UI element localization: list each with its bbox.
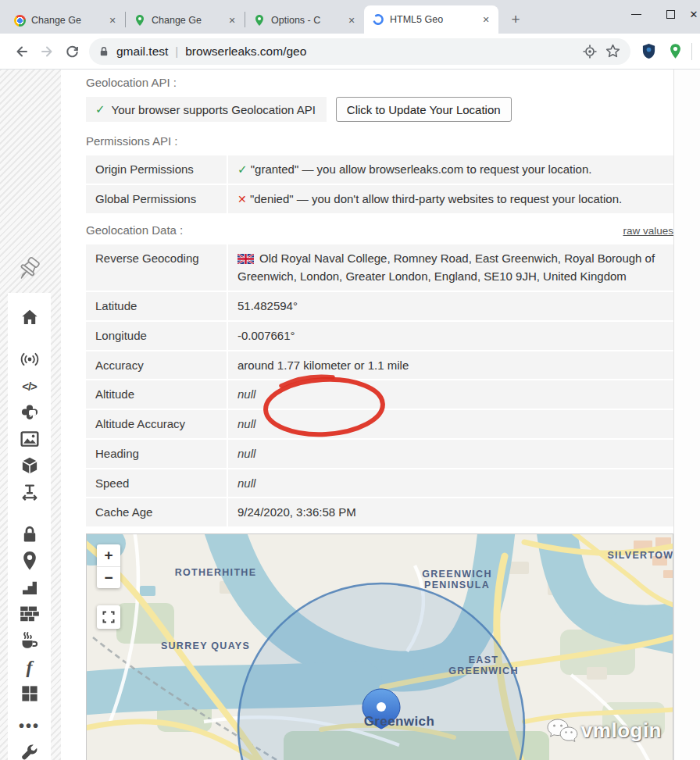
tab-close-icon[interactable]: ✕ xyxy=(480,13,492,26)
window-close-button[interactable]: ✕ xyxy=(688,2,700,26)
map-label-silvertown: SILVERTOWN xyxy=(607,550,673,561)
map-zoom-control: + − xyxy=(97,544,120,588)
geolocation-data-heading: Geolocation Data : xyxy=(86,223,183,237)
tab-close-icon[interactable]: ✕ xyxy=(345,14,358,27)
tab-bar: Change Ge ✕ Change Ge ✕ Options - C ✕ xyxy=(0,0,700,34)
permissions-api-heading: Permissions API : xyxy=(86,134,673,148)
uk-flag-icon xyxy=(238,252,254,269)
tab-title: Change Ge xyxy=(152,15,220,26)
table-row-label: Accuracy xyxy=(86,351,227,380)
sidebar-ssl-lock-icon[interactable] xyxy=(8,521,51,548)
extension-shield-button[interactable] xyxy=(635,39,662,64)
zoom-out-button[interactable]: − xyxy=(97,566,120,588)
window-minimize-button[interactable] xyxy=(619,2,653,26)
map-label-east-greenwich: EAST GREENWICH xyxy=(448,655,518,676)
location-pin-icon xyxy=(668,43,683,59)
table-row-value: ✕ "denied" — you don't allow third-party… xyxy=(228,185,673,213)
tab-title: Options - C xyxy=(271,15,340,26)
sidebar-java-coffee-icon[interactable] xyxy=(8,627,51,654)
pushpin-icon[interactable] xyxy=(12,255,44,293)
wechat-icon xyxy=(545,717,578,744)
check-icon: ✓ xyxy=(95,102,105,116)
check-icon: ✓ xyxy=(238,162,248,176)
maximize-icon xyxy=(666,10,675,19)
update-location-button[interactable]: Click to Update Your Location xyxy=(336,97,512,122)
sidebar-home-icon[interactable] xyxy=(8,304,51,330)
tab-html5-geolocation-active[interactable]: HTML5 Geo ✕ xyxy=(364,5,498,34)
fullscreen-icon xyxy=(102,611,115,623)
altitude-accuracy-value: null xyxy=(228,410,673,438)
table-row-label: Speed xyxy=(86,469,227,498)
latitude-value: 51.482594° xyxy=(228,292,673,320)
map-canvas[interactable]: ROTHERHITHE SURREY QUAYS GREENWICH PENIN… xyxy=(86,533,673,760)
lock-icon xyxy=(98,45,109,58)
geolocation-support-status: ✓ Your browser supports Geolocation API xyxy=(86,97,327,122)
sidebar-canvas-icon[interactable] xyxy=(8,399,51,426)
zoom-in-button[interactable]: + xyxy=(97,544,120,566)
sidebar-image-icon[interactable] xyxy=(8,426,51,452)
tab-title: HTML5 Geo xyxy=(390,14,474,25)
forward-arrow-icon xyxy=(39,44,55,59)
scrollbar-track[interactable] xyxy=(673,70,700,760)
sidebar-content-filters-bricks-icon[interactable] xyxy=(8,601,51,627)
table-row-value: ✓ "granted" — you allow browserleaks.com… xyxy=(228,155,673,184)
back-button[interactable] xyxy=(9,39,34,64)
cross-icon: ✕ xyxy=(238,193,247,205)
support-text: Your browser supports Geolocation API xyxy=(112,103,316,116)
table-row-label: Cache Age xyxy=(86,498,227,526)
table-row-value: Old Royal Naval College, Romney Road, Ea… xyxy=(228,244,673,291)
tab-options[interactable]: Options - C ✕ xyxy=(245,7,364,34)
window-maximize-button[interactable] xyxy=(653,2,688,26)
table-row-label: Longitude xyxy=(86,322,227,350)
close-icon: ✕ xyxy=(690,9,698,20)
raw-values-link[interactable]: raw values xyxy=(623,225,673,237)
profile-name: gmail.test xyxy=(116,45,168,59)
geolocation-target-icon[interactable] xyxy=(582,44,598,59)
fullscreen-button[interactable] xyxy=(97,605,120,629)
table-row-label: Latitude xyxy=(86,292,227,320)
sidebar-more-ellipsis-icon[interactable]: ••• xyxy=(8,712,51,739)
sidebar-tools-wrench-icon[interactable] xyxy=(8,739,51,760)
address-bar[interactable]: gmail.test | browserleaks.com/geo xyxy=(89,38,630,65)
sidebar-javascript-code-icon[interactable]: </> xyxy=(8,373,51,399)
table-row-label: Global Permissions xyxy=(86,185,227,213)
shield-icon xyxy=(641,43,656,59)
forward-button[interactable] xyxy=(34,39,59,64)
table-row-label: Altitude Accuracy xyxy=(86,410,227,438)
sidebar-silverlight-windows-icon[interactable] xyxy=(8,680,51,707)
tab-close-icon[interactable]: ✕ xyxy=(226,14,238,27)
map-label-rotherhithe: ROTHERHITHE xyxy=(175,567,257,578)
map-label-greenwich-peninsula: GREENWICH PENINSULA xyxy=(422,569,491,591)
speed-value: null xyxy=(228,469,673,498)
sidebar-geolocation-pin-icon[interactable] xyxy=(8,548,51,574)
tab-change-geolocation-2[interactable]: Change Ge ✕ xyxy=(126,7,245,34)
loading-spinner-icon xyxy=(372,13,384,26)
reload-icon xyxy=(65,44,80,59)
longitude-value: -0.007661° xyxy=(228,322,673,350)
map-label-greenwich: Greenwich xyxy=(364,714,435,730)
tab-close-icon[interactable]: ✕ xyxy=(106,14,119,27)
page-content-panel: Geolocation API : ✓ Your browser support… xyxy=(61,70,673,760)
altitude-value: null xyxy=(228,380,673,409)
sidebar-flash-icon[interactable]: f xyxy=(8,654,51,680)
url-text: browserleaks.com/geo xyxy=(185,45,306,59)
browser-window: Change Ge ✕ Change Ge ✕ Options - C ✕ xyxy=(0,0,700,760)
bookmark-star-icon[interactable] xyxy=(605,43,621,59)
geolocation-data-table: Reverse Geocoding Old Royal Naval Colleg… xyxy=(86,244,673,527)
reload-button[interactable] xyxy=(59,39,84,64)
sidebar-fonts-text-width-icon[interactable] xyxy=(8,479,51,505)
chrome-store-icon xyxy=(14,15,26,27)
extension-location-pin-button[interactable] xyxy=(662,39,688,64)
cache-age-value: 9/24/2020, 3:36:58 PM xyxy=(228,498,673,526)
accuracy-value: around 1.77 kilometer or 1.1 mile xyxy=(228,351,673,380)
sidebar-webgl-cube-icon[interactable] xyxy=(8,452,51,479)
heading-value: null xyxy=(228,440,673,468)
tab-change-geolocation-1[interactable]: Change Ge ✕ xyxy=(6,7,125,34)
minimize-icon xyxy=(631,14,641,15)
table-row-label: Origin Permissions xyxy=(86,155,227,184)
sidebar-ip-broadcast-icon[interactable] xyxy=(8,346,51,373)
sidebar-features-stairs-icon[interactable] xyxy=(8,574,51,601)
new-tab-button[interactable]: + xyxy=(505,9,527,30)
browser-toolbar: gmail.test | browserleaks.com/geo xyxy=(0,34,700,70)
table-row-label: Reverse Geocoding xyxy=(86,244,227,291)
